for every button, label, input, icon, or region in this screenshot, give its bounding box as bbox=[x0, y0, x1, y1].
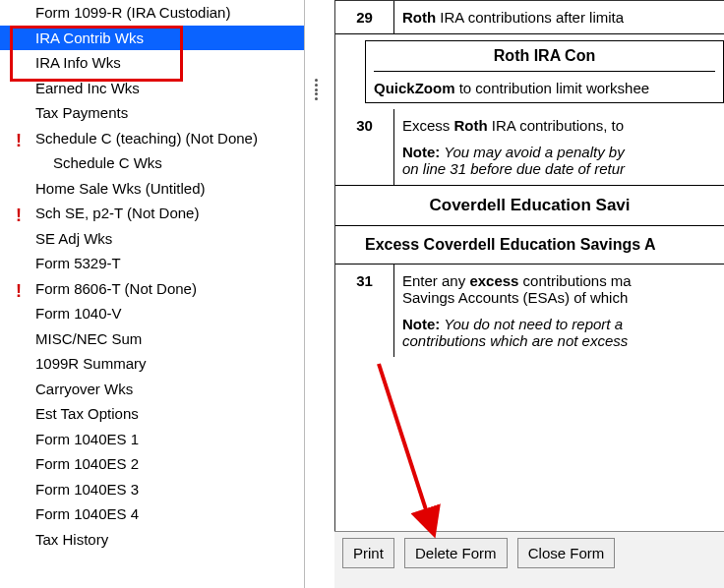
delete-form-button[interactable]: Delete Form bbox=[404, 538, 508, 568]
tree-item-label: Form 1040ES 4 bbox=[35, 505, 139, 522]
tree-item[interactable]: Home Sale Wks (Untitled) bbox=[0, 176, 304, 202]
form-tree-sidebar: Form 1099-R (IRA Custodian)IRA Contrib W… bbox=[0, 0, 305, 588]
line-number: 29 bbox=[335, 1, 394, 33]
tree-item[interactable]: IRA Info Wks bbox=[0, 50, 304, 76]
tree-item[interactable]: !Form 8606-T (Not Done) bbox=[0, 276, 304, 302]
box-title: Roth IRA Con bbox=[374, 47, 715, 71]
tree-item[interactable]: Form 1099-R (IRA Custodian) bbox=[0, 0, 304, 26]
tree-item-label: Form 5329-T bbox=[35, 255, 121, 271]
section-subtitle: Excess Coverdell Education Savings A bbox=[335, 226, 724, 265]
quickzoom-text: QuickZoom to contribution limit workshee bbox=[374, 71, 715, 96]
tree-item[interactable]: Form 1040ES 3 bbox=[0, 477, 304, 502]
tree-item[interactable]: SE Adj Wks bbox=[0, 226, 304, 252]
tree-item[interactable]: Form 1040ES 1 bbox=[0, 427, 304, 452]
print-button[interactable]: Print bbox=[342, 538, 394, 568]
close-form-button[interactable]: Close Form bbox=[517, 538, 616, 568]
form-content: 29 Roth IRA contributions after limita R… bbox=[334, 0, 724, 531]
tree-item[interactable]: !Sch SE, p2-T (Not Done) bbox=[0, 201, 304, 226]
tree-item-label: Form 1040ES 1 bbox=[35, 431, 139, 447]
tree-item-label: Est Tax Options bbox=[35, 405, 139, 422]
tree-item[interactable]: Earned Inc Wks bbox=[0, 76, 304, 101]
tree-item[interactable]: Est Tax Options bbox=[0, 401, 304, 427]
tree-item-label: 1099R Summary bbox=[35, 355, 147, 372]
line-text: Roth IRA contributions after limita bbox=[394, 1, 724, 33]
tree-item-label: Form 1099-R (IRA Custodian) bbox=[35, 4, 230, 21]
tree-item-label: Tax History bbox=[35, 531, 108, 548]
tree-item[interactable]: Tax Payments bbox=[0, 100, 304, 126]
tree-item[interactable]: IRA Contrib Wks bbox=[0, 26, 304, 51]
tree-item-label: Tax Payments bbox=[35, 104, 128, 121]
line-number: 31 bbox=[335, 265, 394, 357]
tree-item-label: Form 1040ES 3 bbox=[35, 481, 139, 498]
tree-item[interactable]: Form 5329-T bbox=[0, 251, 304, 276]
tree-item-label: MISC/NEC Sum bbox=[35, 330, 142, 347]
tree-item-label: IRA Info Wks bbox=[35, 54, 121, 71]
splitter-handle[interactable] bbox=[313, 79, 321, 100]
tree-item-label: Form 1040ES 2 bbox=[35, 455, 139, 472]
tree-item-label: Carryover Wks bbox=[35, 381, 133, 397]
tree-item-label: Form 1040-V bbox=[35, 305, 122, 322]
line-number: 30 bbox=[335, 109, 394, 185]
tree-item-label: SE Adj Wks bbox=[35, 230, 112, 247]
tree-item-label: Form 8606-T (Not Done) bbox=[35, 280, 197, 297]
tree-item[interactable]: Schedule C Wks bbox=[0, 150, 304, 176]
tree-item-label: Earned Inc Wks bbox=[35, 80, 140, 96]
tree-item[interactable]: Carryover Wks bbox=[0, 377, 304, 402]
tree-item[interactable]: Tax History bbox=[0, 527, 304, 553]
section-title: Coverdell Education Savi bbox=[335, 186, 724, 226]
tree-item-label: IRA Contrib Wks bbox=[35, 29, 144, 46]
quickzoom-box: Roth IRA Con QuickZoom to contribution l… bbox=[365, 40, 724, 103]
tree-item-label: Sch SE, p2-T (Not Done) bbox=[35, 205, 199, 221]
tree-item-label: Schedule C Wks bbox=[53, 154, 162, 171]
tree-item[interactable]: 1099R Summary bbox=[0, 351, 304, 377]
line-text: Enter any excess contributions ma Saving… bbox=[394, 265, 724, 357]
tree-item[interactable]: !Schedule C (teaching) (Not Done) bbox=[0, 126, 304, 151]
tree-item[interactable]: MISC/NEC Sum bbox=[0, 326, 304, 352]
tree-item-label: Home Sale Wks (Untitled) bbox=[35, 180, 206, 197]
tree-item[interactable]: Form 1040-V bbox=[0, 301, 304, 326]
tree-item-label: Schedule C (teaching) (Not Done) bbox=[35, 130, 258, 147]
tree-item[interactable]: Form 1040ES 4 bbox=[0, 501, 304, 527]
button-bar: Print Delete Form Close Form bbox=[334, 531, 724, 588]
line-text: Excess Roth IRA contributions, to Note: … bbox=[394, 109, 724, 185]
tree-item[interactable]: Form 1040ES 2 bbox=[0, 451, 304, 477]
